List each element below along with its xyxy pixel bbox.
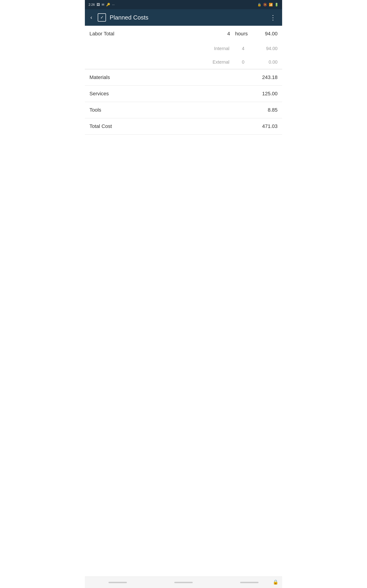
planned-costs-content: Labor Total 4 hours 94.00 Internal 4 94.…: [85, 26, 282, 135]
labor-total-row: Labor Total 4 hours 94.00: [85, 26, 282, 42]
services-label: Services: [90, 91, 255, 97]
internal-hours: 4: [239, 46, 248, 51]
external-row: External 0 0.00: [85, 55, 282, 69]
bottom-lock-icon: 🔒: [273, 579, 278, 585]
bottom-nav-indicator-3: [240, 582, 259, 583]
mail-icon: ✉: [102, 3, 104, 6]
header-left: ‹ ✓ Planned Costs: [89, 12, 148, 23]
hours-label: hours: [235, 31, 248, 37]
time-display: 2:26: [89, 3, 95, 6]
status-bar-right: 🔒 🔕 📶 🔋: [257, 3, 278, 6]
back-button[interactable]: ‹: [89, 12, 94, 23]
more-icon: ···: [112, 3, 115, 6]
mute-icon: 🔕: [263, 3, 267, 6]
labor-sub-rows: Internal 4 94.00 External 0 0.00: [85, 42, 282, 69]
materials-label: Materials: [90, 74, 255, 80]
labor-total-amount: 94.00: [255, 31, 277, 37]
bottom-navigation: 🔒: [85, 577, 282, 588]
total-cost-row: Total Cost 471.03: [85, 118, 282, 135]
internal-amount: 94.00: [255, 46, 277, 51]
external-amount: 0.00: [255, 60, 277, 65]
image-icon: 🖼: [97, 3, 100, 6]
internal-label: Internal: [90, 46, 239, 51]
more-options-button[interactable]: ⋮: [268, 12, 278, 23]
internal-row: Internal 4 94.00: [85, 42, 282, 55]
checklist-icon-glyph: ✓: [100, 15, 104, 20]
total-cost-amount: 471.03: [255, 123, 277, 129]
lock-status-icon: 🔒: [257, 3, 261, 6]
app-header: ‹ ✓ Planned Costs ⋮: [85, 9, 282, 26]
page-title: Planned Costs: [110, 14, 148, 21]
tools-row: Tools 8.85: [85, 102, 282, 118]
external-hours: 0: [239, 60, 248, 65]
status-bar: 2:26 🖼 ✉ 🔑 ··· 🔒 🔕 📶 🔋: [85, 0, 282, 9]
bottom-nav-indicator-2: [174, 582, 193, 583]
wifi-icon: 📶: [269, 3, 273, 6]
bottom-nav-indicator-1: [108, 582, 127, 583]
labor-total-hours: 4: [224, 31, 233, 37]
tools-amount: 8.85: [255, 107, 277, 113]
services-row: Services 125.00: [85, 86, 282, 102]
battery-icon: 🔋: [275, 3, 278, 6]
external-label: External: [90, 60, 239, 65]
materials-row: Materials 243.18: [85, 69, 282, 86]
total-cost-label: Total Cost: [90, 123, 255, 129]
tools-label: Tools: [90, 107, 255, 113]
key-icon: 🔑: [106, 3, 110, 6]
checklist-icon: ✓: [98, 13, 106, 22]
services-amount: 125.00: [255, 91, 277, 97]
materials-amount: 243.18: [255, 74, 277, 80]
status-bar-left: 2:26 🖼 ✉ 🔑 ···: [89, 3, 115, 6]
labor-total-label: Labor Total: [90, 31, 224, 37]
